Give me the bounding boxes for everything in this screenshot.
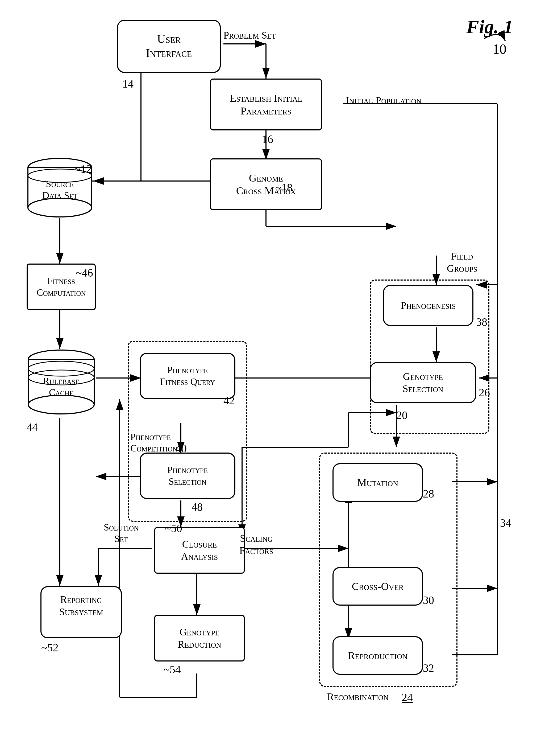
ref-54: ~54 (164, 663, 181, 676)
problem-set-label: Problem Set (224, 29, 276, 42)
initial-population-label: Initial Population (346, 95, 422, 107)
field-groups-label: FieldGroups (447, 250, 477, 274)
ref-46: ~46 (76, 266, 93, 280)
crossover-box: Cross-Over (332, 567, 423, 606)
solution-set-label: SolutionSet (104, 522, 139, 545)
ref-12: ~12 (75, 162, 92, 176)
phenotype-selection-box: PhenotypeSelection (140, 453, 236, 499)
ref-14: 14 (122, 77, 134, 91)
diagram-container: Fig. 1 10 (0, 0, 545, 756)
reporting-subsystem-box: ReportingSubsystem (40, 586, 122, 639)
mutation-box: Mutation (332, 463, 423, 502)
genotype-selection-box: GenotypeSelection (370, 362, 476, 403)
scaling-factors-label: ScalingFactors (240, 532, 273, 557)
ref-38: 38 (476, 315, 487, 329)
ref-34: 34 (500, 516, 511, 530)
ref-32: 32 (423, 662, 434, 675)
phenogenesis-box: Phenogenesis (383, 285, 473, 326)
establish-initial-box: Establish InitialParameters (210, 79, 322, 130)
ref-30: 30 (423, 594, 434, 607)
ref-18: ~18 (275, 181, 292, 194)
genome-cross-box: GenomeCross Matrix (210, 158, 322, 210)
rulebase-cache-cylinder: RulebaseCache (27, 349, 96, 418)
recombination-label: Recombination (327, 691, 389, 703)
ref-48: 48 (192, 500, 203, 514)
phenotype-fitness-box: PhenotypeFitness Query (140, 353, 236, 399)
ref-52: ~52 (41, 641, 59, 654)
ref-16: 16 (262, 133, 273, 146)
ref-10: 10 (493, 41, 506, 57)
user-interface-box: UserInterface (117, 20, 221, 73)
figure-title: Fig. 1 (466, 16, 513, 38)
reproduction-box: Reproduction (332, 636, 423, 675)
ref-24: 24 (402, 691, 413, 704)
ref-26: 26 (479, 386, 490, 399)
ref-44: 44 (27, 421, 38, 434)
ref-28: 28 (423, 487, 434, 500)
ref-42: 42 (224, 394, 235, 407)
ref-50: ~50 (165, 522, 182, 535)
phenotype-competition-label: PhenotypeCompetition (130, 431, 178, 454)
ref-20: 20 (396, 409, 407, 422)
genotype-reduction-box: GenotypeReduction (154, 615, 245, 662)
